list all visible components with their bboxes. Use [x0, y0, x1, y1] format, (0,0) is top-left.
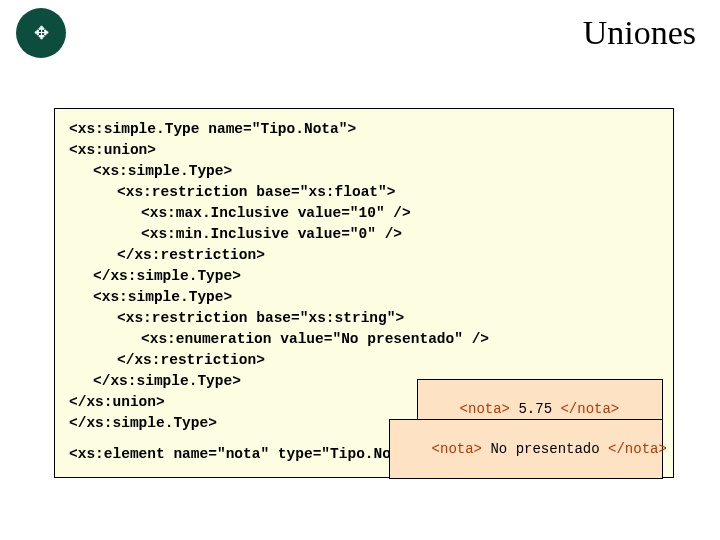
tag-close: </nota> — [560, 401, 619, 417]
code-line: <xs:max.Inclusive value="10" /> — [141, 203, 659, 224]
logo-glyph: ✥ — [34, 22, 49, 44]
tag-open: <nota> — [460, 401, 510, 417]
code-line: <xs:restriction base="xs:string"> — [117, 308, 659, 329]
code-line: </xs:restriction> — [117, 245, 659, 266]
code-line: <xs:min.Inclusive value="0" /> — [141, 224, 659, 245]
page-title: Uniones — [583, 14, 696, 52]
code-line: <xs:union> — [69, 140, 659, 161]
code-line: <xs:enumeration value="No presentado" /> — [141, 329, 659, 350]
code-container: <xs:simple.Type name="Tipo.Nota"> <xs:un… — [54, 108, 674, 478]
example-value: 5.75 — [510, 401, 560, 417]
example-2: <nota> No presentado </nota> — [389, 419, 663, 479]
tag-open: <nota> — [432, 441, 482, 457]
code-line: <xs:simple.Type name="Tipo.Nota"> — [69, 119, 659, 140]
code-line: </xs:restriction> — [117, 350, 659, 371]
code-line: <xs:simple.Type> — [93, 161, 659, 182]
code-line: <xs:simple.Type> — [93, 287, 659, 308]
example-value: No presentado — [482, 441, 608, 457]
code-line: <xs:restriction base="xs:float"> — [117, 182, 659, 203]
tag-close: </nota> — [608, 441, 667, 457]
logo: ✥ — [16, 8, 66, 58]
code-line: </xs:simple.Type> — [93, 266, 659, 287]
